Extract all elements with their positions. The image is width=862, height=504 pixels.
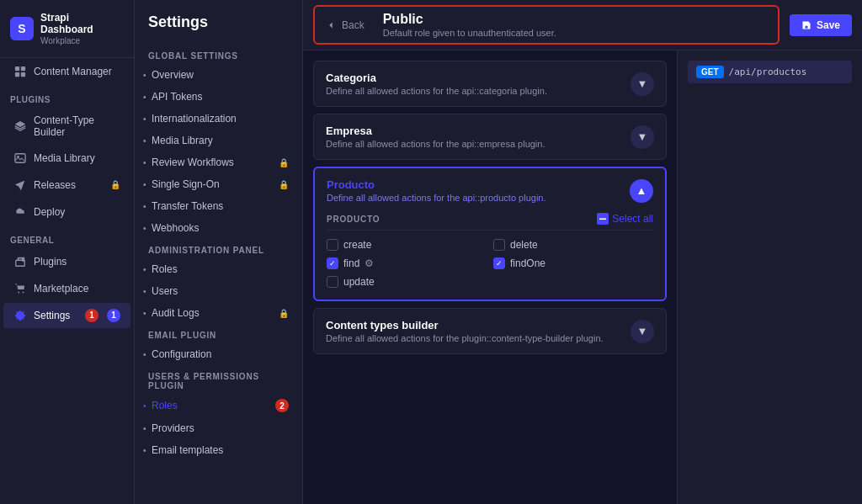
- empresa-expand-button[interactable]: ▼: [631, 125, 654, 149]
- settings-item-email-templates[interactable]: Email templates: [135, 439, 302, 461]
- sidebar-workspace: Workplace: [40, 36, 124, 45]
- settings-item-label: Media Library: [152, 135, 213, 146]
- perm-find: ✓ find ⚙: [327, 257, 487, 269]
- sidebar-plugins-label: PLUGINS: [0, 85, 134, 108]
- settings-badge: 1: [85, 309, 98, 322]
- settings-item-overview[interactable]: Overview: [135, 64, 302, 86]
- gear-icon: [13, 309, 27, 322]
- content-types-builder-header[interactable]: Content types builder Define all allowed…: [314, 309, 666, 353]
- settings-item-label: API Tokens: [152, 91, 202, 103]
- shopping-cart-icon: [13, 282, 27, 295]
- sidebar-item-label: Releases: [34, 179, 104, 191]
- settings-item-label: Providers: [152, 422, 194, 434]
- find-label: find: [343, 257, 359, 269]
- permissions-grid: create delete ✓ find ⚙: [327, 239, 653, 288]
- right-panel: GET /api/productos: [677, 50, 862, 504]
- producto-desc: Define all allowed actions for the api::…: [327, 193, 630, 203]
- producto-collapse-button[interactable]: ▲: [630, 179, 653, 203]
- categoria-expand-button[interactable]: ▼: [631, 72, 654, 96]
- svg-rect-1: [21, 66, 25, 71]
- settings-item-transfer-tokens[interactable]: Transfer Tokens: [135, 195, 302, 217]
- producto-card: Producto Define all allowed actions for …: [313, 167, 667, 301]
- settings-item-review-workflows[interactable]: Review Workflows🔒: [135, 151, 302, 173]
- settings-item-label: Internationalization: [152, 113, 237, 125]
- settings-item-label: Users: [152, 285, 178, 297]
- svg-point-7: [18, 291, 19, 293]
- save-button[interactable]: Save: [790, 14, 852, 36]
- settings-item-api-tokens[interactable]: API Tokens: [135, 86, 302, 108]
- sidebar-app-name: Strapi Dashboard: [40, 12, 124, 36]
- settings-item-label: Single Sign-On: [152, 178, 220, 190]
- main-content: Back Public Default role given to unauth…: [303, 0, 862, 504]
- sidebar-item-content-type-builder[interactable]: Content-Type Builder: [3, 109, 130, 144]
- send-icon: [13, 178, 27, 192]
- sidebar-item-releases[interactable]: Releases 🔒: [3, 172, 130, 198]
- settings-badge-right: 1: [107, 309, 120, 322]
- settings-item-media-library[interactable]: Media Library: [135, 130, 302, 151]
- api-route: GET /api/productos: [688, 61, 852, 83]
- producto-body: PRODUCTO Select all create: [315, 213, 665, 300]
- content-types-expand-button[interactable]: ▼: [631, 320, 654, 343]
- settings-item-roles-up[interactable]: Roles 2: [135, 394, 302, 417]
- lock-icon: 🔒: [279, 180, 289, 189]
- settings-item-label: Overview: [152, 69, 194, 81]
- content-area: Categoria Define all allowed actions for…: [303, 50, 862, 504]
- empresa-card-header[interactable]: Empresa Define all allowed actions for t…: [314, 114, 666, 159]
- settings-title: Settings: [135, 13, 302, 45]
- settings-item-users[interactable]: Users: [135, 280, 302, 302]
- categoria-card: Categoria Define all allowed actions for…: [313, 61, 667, 107]
- perm-findone: ✓ findOne: [493, 257, 653, 269]
- empresa-card: Empresa Define all allowed actions for t…: [313, 114, 667, 160]
- sidebar: S Strapi Dashboard Workplace Content Man…: [0, 0, 135, 504]
- settings-item-webhooks[interactable]: Webhooks: [135, 217, 302, 239]
- settings-item-label: Review Workflows: [152, 157, 234, 168]
- get-badge: GET: [696, 66, 724, 78]
- categoria-desc: Define all allowed actions for the api::…: [326, 86, 631, 96]
- settings-item-internationalization[interactable]: Internationalization: [135, 108, 302, 130]
- sidebar-item-label: Media Library: [34, 152, 120, 164]
- content-types-desc: Define all allowed actions for the plugi…: [326, 333, 631, 343]
- find-gear-icon[interactable]: ⚙: [364, 257, 374, 269]
- roles-badge: 2: [275, 399, 289, 412]
- settings-item-providers[interactable]: Providers: [135, 417, 302, 439]
- back-button[interactable]: Back: [325, 19, 364, 31]
- categoria-card-header[interactable]: Categoria Define all allowed actions for…: [314, 61, 666, 106]
- find-checkbox[interactable]: ✓: [327, 257, 338, 269]
- sidebar-item-marketplace[interactable]: Marketplace: [3, 276, 130, 301]
- update-label: update: [343, 276, 375, 288]
- content-types-builder-card: Content types builder Define all allowed…: [313, 308, 667, 354]
- settings-item-audit-logs[interactable]: Audit Logs🔒: [135, 302, 302, 324]
- image-icon: [13, 151, 27, 165]
- empresa-name: Empresa: [326, 125, 631, 137]
- settings-section-email: EMAIL PLUGIN: [135, 324, 302, 343]
- settings-item-roles[interactable]: Roles: [135, 258, 302, 280]
- perm-update: update: [327, 276, 487, 288]
- page-title: Public: [383, 12, 556, 27]
- middle-panel: Categoria Define all allowed actions for…: [303, 50, 677, 504]
- create-checkbox[interactable]: [327, 239, 338, 251]
- sidebar-item-deploy[interactable]: Deploy: [3, 199, 130, 225]
- sidebar-item-settings[interactable]: Settings 1 1: [3, 303, 130, 328]
- sidebar-item-label: Settings: [34, 310, 78, 321]
- settings-item-label: Roles: [152, 400, 178, 411]
- select-all-button[interactable]: Select all: [597, 213, 653, 225]
- settings-item-single-sign-on[interactable]: Single Sign-On🔒: [135, 173, 302, 195]
- sidebar-item-media-library[interactable]: Media Library: [3, 146, 130, 171]
- svg-rect-9: [599, 219, 606, 220]
- producto-name: Producto: [327, 178, 630, 191]
- settings-section-global: GLOBAL SETTINGS: [135, 45, 302, 64]
- sidebar-item-content-manager[interactable]: Content Manager: [3, 59, 130, 84]
- svg-rect-0: [15, 66, 19, 71]
- settings-item-configuration[interactable]: Configuration: [135, 343, 302, 365]
- delete-checkbox[interactable]: [493, 239, 505, 251]
- settings-item-label: Roles: [152, 263, 178, 275]
- lock-icon: 🔒: [110, 180, 120, 189]
- sidebar-item-label: Plugins: [34, 256, 120, 268]
- settings-section-admin: ADMINISTRATION PANEL: [135, 239, 302, 258]
- update-checkbox[interactable]: [327, 276, 338, 288]
- sidebar-item-plugins[interactable]: Plugins: [3, 249, 130, 274]
- producto-card-header[interactable]: Producto Define all allowed actions for …: [315, 168, 665, 213]
- findone-checkbox[interactable]: ✓: [493, 257, 505, 269]
- perm-create: create: [327, 239, 487, 251]
- categoria-name: Categoria: [326, 72, 631, 84]
